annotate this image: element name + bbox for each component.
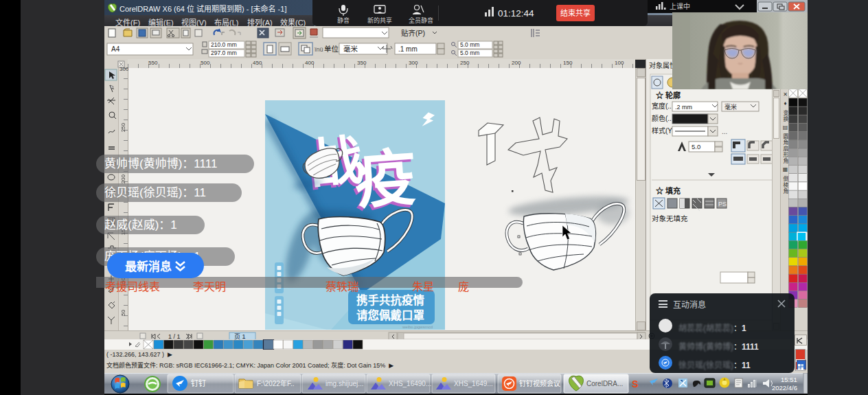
svg-text:15:51: 15:51 bbox=[781, 376, 797, 383]
svg-text:5.0 mm: 5.0 mm bbox=[460, 41, 479, 48]
svg-text:CorelDRA...: CorelDRA... bbox=[586, 380, 623, 387]
svg-text:单位:: 单位: bbox=[324, 45, 341, 53]
svg-text:贴齐(P): 贴齐(P) bbox=[401, 29, 425, 37]
svg-text:.2 mm: .2 mm bbox=[675, 104, 692, 111]
svg-text:XHS_1649...: XHS_1649... bbox=[454, 380, 493, 387]
svg-text:297.0 mm: 297.0 mm bbox=[211, 49, 237, 56]
svg-text:XHS_16490...: XHS_16490... bbox=[389, 380, 431, 387]
svg-text:钉钉: 钉钉 bbox=[191, 379, 206, 387]
svg-text:5.0: 5.0 bbox=[692, 143, 700, 150]
svg-text:上课中: 上课中 bbox=[670, 2, 690, 10]
svg-text:5.0 mm: 5.0 mm bbox=[460, 49, 479, 56]
svg-text:结束共享: 结束共享 bbox=[560, 8, 591, 17]
svg-text:210.0 mm: 210.0 mm bbox=[211, 41, 237, 48]
svg-text:2022/4/6: 2022/4/6 bbox=[772, 384, 797, 392]
svg-text:S: S bbox=[632, 379, 638, 390]
svg-text:.1 mm: .1 mm bbox=[398, 45, 418, 53]
svg-text:☆ 填充: ☆ 填充 bbox=[656, 186, 681, 195]
svg-text:毫米: 毫米 bbox=[343, 45, 358, 53]
svg-text:颜色(..: 颜色(.. bbox=[652, 114, 672, 122]
svg-text:新的共享: 新的共享 bbox=[367, 16, 392, 24]
svg-text:01:12:44: 01:12:44 bbox=[498, 8, 534, 19]
svg-text:请您佩戴口罩: 请您佩戴口罩 bbox=[356, 308, 424, 321]
svg-text:PS: PS bbox=[718, 201, 727, 207]
svg-text:宽度(..: 宽度(.. bbox=[652, 102, 672, 110]
svg-text:weibo.jpgwsmcd: weibo.jpgwsmcd bbox=[402, 325, 433, 329]
svg-text:☆ 轮廓: ☆ 轮廓 bbox=[656, 91, 681, 100]
svg-text:...: ... bbox=[722, 128, 727, 135]
svg-text:钉钉视频会议: 钉钉视频会议 bbox=[519, 379, 560, 387]
svg-text:ïnü: ïnü bbox=[315, 46, 323, 53]
svg-text:携手共抗疫情: 携手共抗疫情 bbox=[356, 293, 425, 306]
svg-text:全员静音: 全员静音 bbox=[409, 16, 433, 24]
svg-text:F:\2022年F..: F:\2022年F.. bbox=[257, 379, 294, 387]
svg-text:img.shijuej...: img.shijuej... bbox=[326, 380, 364, 387]
svg-text:毫米: 毫米 bbox=[724, 103, 737, 111]
svg-text:对象无填充: 对象无填充 bbox=[652, 214, 688, 223]
svg-text:静音: 静音 bbox=[337, 16, 350, 24]
svg-text:A4: A4 bbox=[111, 45, 120, 53]
